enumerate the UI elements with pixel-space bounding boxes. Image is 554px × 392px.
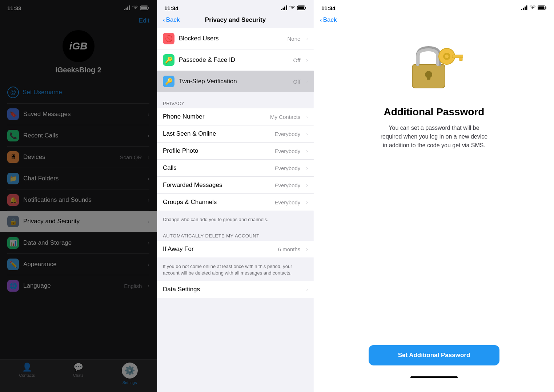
svg-rect-13: [298, 6, 304, 9]
blocked-users-item[interactable]: 🚫 Blocked Users None ›: [157, 28, 314, 49]
chevron-icon: ›: [148, 197, 149, 203]
passcode-label: Passcode & Face ID: [179, 56, 289, 64]
status-icons-2: [281, 5, 306, 11]
bottom-nav: 👤 Contacts 💬 Chats ⚙️ Settings: [0, 359, 157, 392]
chevron-icon: ›: [306, 246, 308, 252]
chevron-icon: ›: [306, 165, 308, 171]
chevron-icon: ›: [148, 240, 149, 246]
menu-list: 🔖 Saved Messages › 📞 Recent Calls › 🖥 De…: [0, 104, 157, 296]
phone-number-item[interactable]: Phone Number My Contacts ›: [157, 108, 314, 125]
nav-contacts[interactable]: 👤 Contacts: [19, 363, 35, 385]
passcode-faceid-item[interactable]: 🔑 Passcode & Face ID Off ›: [157, 49, 314, 71]
nav-settings[interactable]: ⚙️ Settings: [122, 363, 138, 385]
language-value: English: [124, 283, 142, 289]
auto-delete-section: If Away For 6 months ›: [157, 241, 314, 257]
svg-rect-16: [525, 7, 526, 10]
menu-item-notifications[interactable]: 🔔 Notifications and Sounds ›: [0, 189, 157, 211]
nav-chats[interactable]: 💬 Chats: [73, 363, 84, 385]
svg-rect-19: [546, 7, 546, 9]
menu-item-devices[interactable]: 🖥 Devices Scan QR ›: [0, 147, 157, 168]
p1-header: Edit: [0, 13, 157, 30]
svg-rect-7: [281, 9, 282, 10]
last-seen-value: Everybody: [274, 131, 300, 137]
svg-rect-14: [521, 9, 522, 10]
phone-number-value: My Contacts: [270, 114, 300, 120]
svg-rect-3: [129, 5, 130, 10]
status-icons-3: [521, 5, 547, 11]
contacts-label: Contacts: [19, 373, 35, 377]
privacy-security-panel: 11:34: [157, 0, 314, 392]
edit-button[interactable]: Edit: [139, 17, 149, 24]
wifi-icon-3: [530, 5, 535, 11]
chevron-icon: ›: [148, 154, 149, 160]
back-label-2: Back: [166, 16, 180, 24]
home-indicator-3: [410, 376, 458, 378]
notifications-icon: 🔔: [7, 194, 19, 206]
time-3: 11:34: [321, 5, 335, 11]
set-username-item[interactable]: @ Set Username: [0, 81, 157, 103]
svg-rect-6: [141, 6, 147, 9]
chevron-icon: ›: [306, 131, 308, 137]
status-icons-1: [124, 5, 149, 11]
data-settings-item[interactable]: Data Settings ›: [157, 281, 314, 298]
back-chevron-3-icon: ‹: [320, 16, 322, 24]
language-icon: 🌐: [7, 280, 19, 292]
back-chevron-icon: ‹: [163, 16, 165, 24]
profile-photo-item[interactable]: Profile Photo Everybody ›: [157, 143, 314, 160]
calls-item[interactable]: Calls Everybody ›: [157, 160, 314, 177]
svg-rect-12: [305, 7, 306, 9]
avatar: iGB: [63, 30, 95, 62]
recent-calls-label: Recent Calls: [23, 132, 142, 139]
chevron-icon: ›: [306, 148, 308, 154]
chevron-icon: ›: [306, 57, 308, 63]
svg-rect-26: [459, 58, 462, 61]
if-away-value: 6 months: [278, 246, 301, 252]
privacy-section-label: PRIVACY: [157, 95, 314, 108]
status-bar-1: 11:33: [0, 0, 157, 13]
menu-item-appearance[interactable]: ✏️ Appearance ›: [0, 254, 157, 275]
svg-rect-8: [283, 8, 284, 10]
phone-number-label: Phone Number: [163, 113, 266, 120]
chat-folders-label: Chat Folders: [23, 175, 142, 182]
menu-item-saved-messages[interactable]: 🔖 Saved Messages ›: [0, 104, 157, 125]
passcode-value: Off: [293, 57, 301, 63]
menu-item-recent-calls[interactable]: 📞 Recent Calls ›: [0, 125, 157, 146]
back-button-2[interactable]: ‹ Back: [163, 16, 180, 24]
svg-rect-25: [452, 55, 463, 58]
avatar-text: iGB: [69, 40, 88, 52]
back-button-3[interactable]: ‹ Back: [320, 16, 337, 24]
last-seen-item[interactable]: Last Seen & Online Everybody ›: [157, 125, 314, 143]
p2-content: 🚫 Blocked Users None › 🔑 Passcode & Face…: [157, 28, 314, 392]
status-bar-3: 11:34: [314, 0, 554, 13]
p3-content: Additional Password You can set a passwo…: [314, 28, 554, 392]
p2-nav-bar: ‹ Back Privacy and Security: [157, 13, 314, 28]
calls-value: Everybody: [274, 165, 300, 171]
chevron-icon: ›: [306, 287, 308, 292]
language-label: Language: [23, 282, 120, 289]
battery-icon-2: [297, 5, 306, 11]
menu-item-privacy-security[interactable]: 🔒 Privacy and Security ›: [0, 211, 157, 232]
menu-item-data-storage[interactable]: 📊 Data and Storage ›: [0, 232, 157, 253]
menu-item-language[interactable]: 🌐 Language English ›: [0, 275, 157, 296]
svg-rect-20: [538, 6, 545, 9]
last-seen-label: Last Seen & Online: [163, 130, 270, 137]
groups-channels-label: Groups & Channels: [163, 199, 270, 206]
chevron-icon: ›: [306, 36, 308, 41]
groups-channels-item[interactable]: Groups & Channels Everybody ›: [157, 194, 314, 211]
groups-channels-value: Everybody: [274, 199, 300, 205]
time-2: 11:34: [164, 5, 178, 11]
profile-section: iGB iGeeksBlog 2: [0, 30, 157, 81]
settings-panel: 11:33: [0, 0, 157, 392]
set-additional-password-button[interactable]: Set Additional Password: [369, 345, 499, 365]
contacts-icon: 👤: [22, 363, 32, 372]
two-step-value: Off: [293, 79, 301, 85]
menu-item-chat-folders[interactable]: 📁 Chat Folders ›: [0, 168, 157, 189]
two-step-item[interactable]: 🔑 Two-Step Verification Off ›: [157, 71, 314, 92]
set-username-label: Set Username: [23, 89, 62, 96]
forwarded-messages-item[interactable]: Forwarded Messages Everybody ›: [157, 177, 314, 194]
chevron-icon: ›: [148, 111, 149, 117]
profile-photo-value: Everybody: [274, 148, 300, 154]
battery-icon-3: [538, 5, 547, 11]
security-section: 🚫 Blocked Users None › 🔑 Passcode & Face…: [157, 28, 314, 92]
if-away-item[interactable]: If Away For 6 months ›: [157, 241, 314, 257]
